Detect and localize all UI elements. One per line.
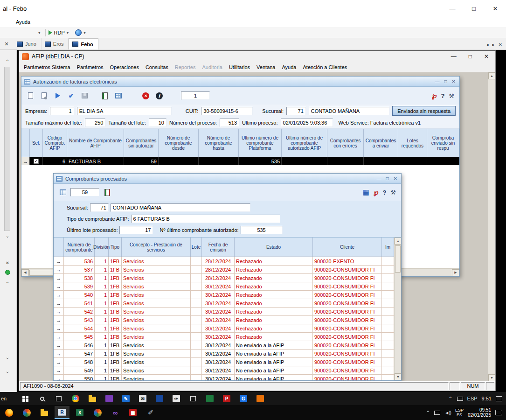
minimize-icon[interactable]: — — [377, 176, 381, 181]
chrome-icon[interactable] — [69, 393, 82, 404]
column-header[interactable]: Comproba enviado sin respu — [427, 129, 459, 157]
tipo-field[interactable]: 6 FACTURAS B — [131, 215, 280, 223]
calendar-app-icon[interactable] — [204, 393, 216, 404]
table-row[interactable]: → 542 1 1FB Servicios 30/12/2024 Rechaza… — [54, 308, 394, 316]
close-icon[interactable]: ✕ — [2, 259, 13, 266]
export-grid-icon[interactable] — [57, 187, 69, 198]
folder-icon[interactable] — [86, 393, 98, 404]
menu-ayuda[interactable]: Ayuda — [13, 18, 33, 26]
tamano-lote-field[interactable]: 10 — [149, 119, 166, 127]
window-app-icon[interactable] — [187, 393, 199, 404]
run-icon[interactable] — [52, 91, 63, 101]
scroll-up-icon[interactable]: ⌃ — [2, 57, 13, 65]
close-icon[interactable]: ✕ — [484, 53, 489, 60]
menu-item[interactable]: Parámetros Sistema — [21, 63, 74, 71]
notification-icon[interactable] — [496, 396, 502, 401]
table-row[interactable]: → 550 1 1FB Servicios 30/12/2024 No envi… — [54, 375, 394, 380]
menu-item[interactable]: Consultas — [142, 63, 172, 71]
tray-expand-icon[interactable]: ⌃ — [448, 396, 452, 402]
pen-app-icon[interactable]: ✐ — [143, 406, 158, 419]
rdp-language-indicator[interactable]: ESP — [467, 396, 478, 401]
maximize-icon[interactable]: □ — [469, 53, 472, 60]
mdi-vertical-scrollbar[interactable]: ▲ ▼ — [488, 72, 495, 381]
close-icon[interactable]: ✕ — [2, 40, 11, 48]
chevron-down-icon[interactable]: ▾ — [82, 30, 88, 35]
column-header[interactable]: Número de comprobante hasta — [199, 129, 239, 157]
column-header[interactable]: Estado — [235, 238, 313, 257]
ledger-icon[interactable] — [101, 187, 113, 198]
sucursal-nombre-field[interactable]: CONTADO MAÑANA — [111, 203, 250, 212]
stop-icon[interactable]: ✕ — [140, 91, 152, 101]
maximize-icon[interactable]: □ — [463, 0, 485, 16]
session-tab[interactable]: Eros — [42, 38, 69, 49]
table-row[interactable]: → 538 1 1FB Servicios 28/12/2024 Rechaza… — [54, 274, 394, 282]
menu-item[interactable]: Parámetros — [74, 63, 107, 71]
app-icon-p[interactable]: P — [221, 393, 233, 404]
close-icon[interactable]: ✕ — [485, 0, 506, 16]
column-header[interactable]: Sel. — [30, 129, 43, 157]
column-header[interactable]: Comprobantes sin autorizar — [124, 129, 159, 157]
app-icon[interactable]: ▦ — [125, 406, 140, 419]
column-header[interactable]: Ultimo número de comprobante Plataforma — [239, 129, 282, 157]
app-icon[interactable] — [254, 393, 266, 404]
scroll-down-icon[interactable]: ▼ — [395, 373, 401, 380]
new-document-icon[interactable] — [25, 91, 36, 101]
chevron-down-icon[interactable]: ▾ — [65, 30, 71, 35]
task-view-icon[interactable] — [53, 393, 65, 404]
sel-checkbox-cell[interactable]: ✓ — [30, 157, 43, 165]
mail-icon[interactable]: ✉ — [137, 393, 149, 404]
dock-scrollbar[interactable] — [4, 67, 10, 231]
scroll-up-icon[interactable]: ▲ — [395, 238, 401, 245]
export-grid-icon[interactable] — [112, 91, 124, 101]
table-row[interactable]: → 548 1 1FB Servicios 30/12/2024 No envi… — [54, 358, 394, 366]
speaker-icon[interactable]: ◄)) — [444, 410, 451, 415]
app-icon[interactable] — [153, 393, 166, 404]
column-header[interactable]: División — [95, 238, 109, 257]
print-icon[interactable]: ℘ — [374, 188, 378, 196]
column-header[interactable]: Nombre de Comprobante AFIP — [67, 129, 124, 157]
pen-app-icon[interactable]: ✑ — [170, 393, 182, 404]
scroll-down-icon[interactable]: ⌄ — [2, 367, 13, 375]
close-tab-icon[interactable]: ✕ — [499, 42, 502, 47]
table-row[interactable]: → 543 1 1FB Servicios 30/12/2024 Rechaza… — [54, 316, 394, 324]
scroll-down-icon[interactable]: ⌄ — [2, 353, 13, 361]
language-indicator[interactable]: ESP ES — [455, 408, 464, 417]
menu-item[interactable]: Atención a Clientes — [299, 63, 350, 71]
folder-icon[interactable] — [37, 406, 52, 419]
scroll-down-icon[interactable]: ⌄ — [2, 232, 13, 239]
info-icon[interactable]: i — [153, 91, 165, 101]
action-center-icon[interactable] — [495, 410, 502, 415]
column-header[interactable]: Número de comprobante desde — [159, 129, 199, 157]
sucursal-nombre-field[interactable]: CONTADO MAÑANA — [309, 107, 389, 115]
table-row[interactable]: → 537 1 1FB Servicios 28/12/2024 Rechaza… — [54, 266, 394, 274]
table-view-icon[interactable]: ▦ — [363, 188, 369, 196]
remote-manager-app-icon[interactable]: R — [55, 406, 69, 419]
help-icon[interactable]: ? — [382, 189, 386, 196]
scrollbar-thumb[interactable] — [395, 245, 401, 273]
network-icon[interactable] — [434, 411, 440, 415]
scroll-down-icon[interactable]: ▼ — [488, 374, 495, 381]
enviados-sin-respuesta-button[interactable]: Enviados sin respuesta — [392, 106, 456, 116]
menu-item[interactable]: Reportes — [172, 63, 199, 71]
globe-icon[interactable] — [75, 29, 82, 36]
chevron-down-icon[interactable]: ▾ — [36, 30, 42, 35]
scroll-right-icon[interactable]: ▶ — [452, 269, 459, 276]
next-tab-icon[interactable]: ▸ — [492, 42, 495, 47]
minimize-icon[interactable]: — — [451, 53, 457, 60]
collapse-up-icon[interactable]: ⌃ — [2, 280, 13, 287]
start-icon[interactable] — [19, 393, 31, 404]
table-row[interactable]: → 549 1 1FB Servicios 30/12/2024 No envi… — [54, 366, 394, 375]
tray-expand-icon[interactable]: ⌃ — [426, 410, 430, 416]
process-counter-field[interactable]: 1 — [181, 91, 210, 100]
ultimo-proceso-field[interactable]: 02/01/2025 9:03:36 — [281, 119, 333, 127]
network-icon[interactable] — [457, 397, 463, 401]
settings-icon[interactable]: ⚒ — [390, 189, 396, 196]
scroll-up-icon[interactable]: ▲ — [488, 72, 495, 79]
minimize-icon[interactable]: — — [442, 0, 463, 16]
column-header[interactable]: Ultimo número de comprobante autorizado … — [282, 129, 327, 157]
menu-item[interactable]: Utilitarios — [226, 63, 253, 71]
column-header[interactable]: Lotes requeridos — [398, 129, 427, 157]
empresa-nombre-field[interactable]: EL DIA SA — [77, 107, 172, 115]
connect-icon[interactable] — [49, 30, 52, 35]
help-icon[interactable]: ? — [441, 92, 444, 99]
